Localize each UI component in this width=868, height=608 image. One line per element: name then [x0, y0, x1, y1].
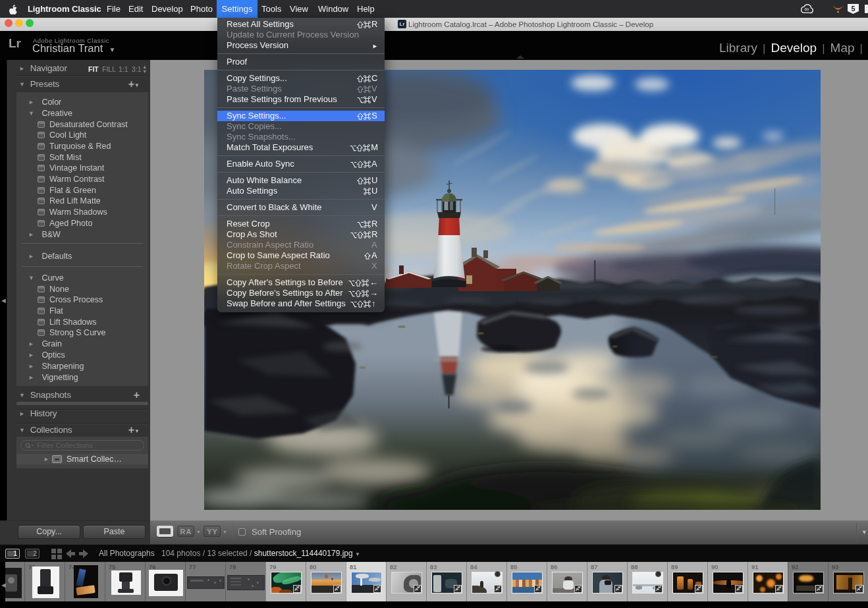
- svg-text:∞: ∞: [805, 5, 809, 13]
- svg-text:5: 5: [851, 5, 855, 13]
